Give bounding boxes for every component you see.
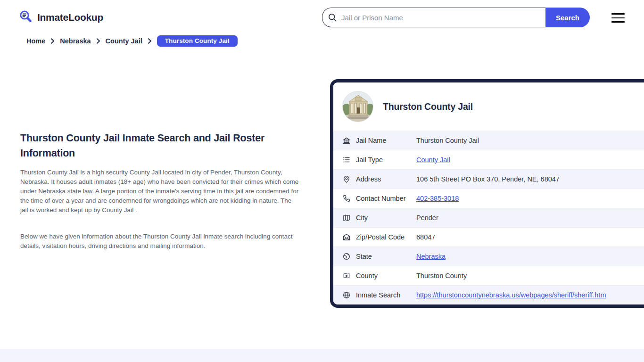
jail-info-row: CityPender [333,208,644,227]
row-label: Inmate Search [356,291,416,299]
jail-info-row: Jail NameThurston County Jail [333,131,644,150]
search-bar: Search [322,8,590,27]
map-pin-icon [342,175,351,183]
jail-info-row: StateNebraska [333,247,644,266]
footer-band [0,349,644,362]
row-label: County [356,272,416,280]
jail-info-row: Inmate Searchhttps://thurstoncountynebra… [333,285,644,304]
page-title: Thurston County Jail Inmate Search and J… [20,131,296,161]
jail-card-header: Thurston County Jail [333,82,644,131]
row-value-link[interactable]: Nebraska [416,253,446,260]
breadcrumb-item-home[interactable]: Home [26,37,45,45]
bank-icon [342,136,351,145]
jail-photo [342,91,373,122]
breadcrumb: HomeNebraskaCounty JailThurston County J… [26,35,238,47]
row-label: Contact Number [356,195,416,202]
row-label: City [356,214,416,222]
phone-icon [342,194,351,203]
chevron-right-icon [148,38,152,44]
search-field-wrap [322,8,545,27]
row-value-link[interactable]: County Jail [416,156,450,164]
row-value: Thurston County [416,272,467,280]
search-input[interactable] [322,8,545,27]
row-label: Zip/Postal Code [356,233,416,241]
county-icon [342,272,351,280]
row-value-link[interactable]: 402-385-3018 [416,195,459,202]
brand-logo[interactable]: InmateLookup [19,9,103,25]
row-label: State [356,253,416,260]
breadcrumb-current: Thurston County Jail [157,35,238,47]
jail-info-row: Jail TypeCounty Jail [333,150,644,169]
jail-info-table: Jail NameThurston County JailJail TypeCo… [333,131,644,304]
row-value: 68047 [416,233,435,241]
jail-info-row: CountyThurston County [333,266,644,285]
map-icon [342,214,351,222]
jail-info-row: Address106 5th Street PO Box 370, Pender… [333,169,644,189]
row-value: 106 5th Street PO Box 370, Pender, NE, 6… [416,175,560,183]
breadcrumb-item-nebraska[interactable]: Nebraska [60,37,91,45]
page: InmateLookup Search HomeNebraskaCounty J… [0,0,644,362]
magnifier-list-icon [19,9,33,25]
jail-info-card: Thurston County Jail Jail NameThurston C… [330,79,644,308]
jail-info-row: Zip/Postal Code68047 [333,227,644,247]
row-label: Address [356,175,416,183]
brand-name: InmateLookup [37,12,103,23]
mail-icon [342,233,351,241]
row-label: Jail Type [356,156,416,164]
info-paragraph: Below we have given information about th… [20,232,300,251]
row-value-link[interactable]: https://thurstoncountynebraska.us/webpag… [416,291,606,299]
chevron-right-icon [96,38,100,44]
intro-paragraph: Thurston County Jail is a high security … [20,168,300,215]
search-button[interactable]: Search [545,8,590,27]
jail-card-title: Thurston County Jail [383,101,473,112]
chevron-right-icon [50,38,55,44]
list-icon [342,156,351,164]
earth-icon [342,252,351,261]
row-value: Pender [416,214,438,222]
row-label: Jail Name [356,137,416,144]
row-value: Thurston County Jail [416,137,479,144]
search-icon [328,13,337,22]
breadcrumb-item-county-jail[interactable]: County Jail [106,37,142,45]
menu-icon[interactable] [611,13,625,23]
globe-icon [342,291,351,299]
jail-info-row: Contact Number402-385-3018 [333,189,644,208]
